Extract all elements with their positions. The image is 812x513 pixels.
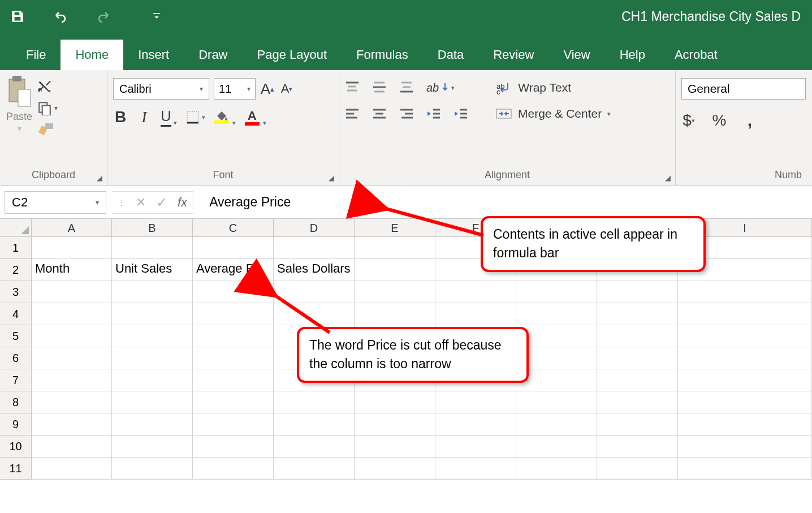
undo-icon[interactable]: [53, 9, 68, 24]
merge-center-button[interactable]: Merge & Center ▾: [495, 104, 611, 123]
cell[interactable]: [32, 369, 112, 391]
chevron-down-icon[interactable]: ▾: [18, 124, 21, 133]
row-header[interactable]: 11: [0, 458, 32, 480]
cell[interactable]: [112, 458, 193, 480]
cell[interactable]: [678, 413, 812, 436]
cell[interactable]: [112, 237, 193, 259]
cell[interactable]: [355, 458, 435, 480]
cell[interactable]: [112, 413, 193, 436]
copy-icon[interactable]: ▾: [37, 101, 58, 115]
cell[interactable]: [32, 303, 112, 325]
cell[interactable]: [274, 413, 355, 436]
cell[interactable]: [597, 436, 678, 458]
orientation-icon[interactable]: ab▾: [426, 78, 455, 97]
formula-content[interactable]: Average Price: [209, 195, 291, 210]
cell[interactable]: [32, 237, 112, 259]
align-left-icon[interactable]: [345, 104, 360, 123]
format-painter-icon[interactable]: [37, 122, 58, 138]
cell[interactable]: Month: [32, 259, 112, 281]
cell[interactable]: [274, 237, 355, 259]
cell[interactable]: Average Pr: [193, 259, 274, 281]
dialog-launcher-icon[interactable]: ◢: [665, 174, 671, 182]
italic-button[interactable]: I: [137, 107, 152, 127]
save-icon[interactable]: [10, 9, 25, 24]
tab-data[interactable]: Data: [423, 40, 478, 70]
cell[interactable]: [435, 303, 516, 325]
cell[interactable]: [355, 436, 435, 458]
tab-home[interactable]: Home: [61, 40, 123, 70]
accounting-format-button[interactable]: $ ▾: [681, 111, 696, 130]
cell[interactable]: Unit Sales: [112, 259, 193, 281]
cell[interactable]: [516, 391, 597, 413]
increase-font-icon[interactable]: A▴: [260, 79, 275, 98]
select-all-button corner-icon[interactable]: [0, 219, 32, 237]
cell[interactable]: [112, 369, 193, 391]
cell[interactable]: [32, 347, 112, 369]
cell[interactable]: [193, 436, 274, 458]
number-format-select[interactable]: General: [681, 78, 806, 100]
cell[interactable]: [193, 303, 274, 325]
redo-icon[interactable]: [96, 9, 111, 24]
tab-acrobat[interactable]: Acrobat: [660, 40, 732, 70]
row-header[interactable]: 4: [0, 303, 32, 325]
cell[interactable]: [678, 303, 812, 325]
cell[interactable]: [435, 281, 516, 303]
row-header[interactable]: 10: [0, 436, 32, 458]
cut-icon[interactable]: [37, 78, 58, 94]
cell[interactable]: [32, 325, 112, 347]
cell[interactable]: [435, 413, 516, 436]
cell[interactable]: [678, 458, 812, 480]
align-center-icon[interactable]: [372, 104, 387, 123]
cell[interactable]: [678, 281, 812, 303]
dialog-launcher-icon[interactable]: ◢: [329, 174, 334, 182]
row-header[interactable]: 7: [0, 369, 32, 391]
cell[interactable]: [193, 281, 274, 303]
column-header[interactable]: A: [32, 219, 112, 237]
cell[interactable]: [516, 413, 597, 436]
decrease-font-icon[interactable]: A▾: [279, 79, 294, 98]
fill-color-button[interactable]: [214, 107, 229, 127]
font-size-select[interactable]: 11 ▾: [214, 78, 256, 100]
row-header[interactable]: 1: [0, 237, 32, 259]
font-color-button[interactable]: A: [245, 107, 260, 127]
align-top-icon[interactable]: [345, 78, 360, 97]
comma-format-button[interactable]: ,: [742, 111, 757, 130]
cell[interactable]: Sales Dollars: [274, 259, 355, 281]
cell[interactable]: [32, 458, 112, 480]
decrease-indent-icon[interactable]: [426, 104, 441, 123]
cell[interactable]: [597, 325, 678, 347]
cell[interactable]: [435, 391, 516, 413]
cell[interactable]: [274, 458, 355, 480]
cell[interactable]: [193, 391, 274, 413]
cell[interactable]: [597, 303, 678, 325]
percent-format-button[interactable]: %: [712, 111, 727, 130]
paste-icon[interactable]: [6, 75, 33, 107]
enter-icon[interactable]: ✓: [156, 195, 167, 210]
cell[interactable]: [516, 303, 597, 325]
cell[interactable]: [355, 303, 435, 325]
cell[interactable]: [597, 281, 678, 303]
cell[interactable]: [112, 303, 193, 325]
tab-review[interactable]: Review: [478, 40, 548, 70]
cell[interactable]: [516, 458, 597, 480]
cell[interactable]: [597, 458, 678, 480]
cell[interactable]: [355, 281, 435, 303]
cell[interactable]: [112, 436, 193, 458]
cell[interactable]: [516, 436, 597, 458]
row-header[interactable]: 9: [0, 413, 32, 436]
cell[interactable]: [516, 281, 597, 303]
cell[interactable]: [274, 391, 355, 413]
cell[interactable]: [112, 325, 193, 347]
tab-page-layout[interactable]: Page Layout: [243, 40, 342, 70]
tab-help[interactable]: Help: [605, 40, 660, 70]
tab-insert[interactable]: Insert: [123, 40, 184, 70]
cell[interactable]: [678, 391, 812, 413]
cell[interactable]: [355, 413, 435, 436]
cell[interactable]: [193, 458, 274, 480]
cell[interactable]: [435, 458, 516, 480]
cell[interactable]: [597, 347, 678, 369]
name-box[interactable]: C2 ▾: [5, 191, 106, 214]
cell[interactable]: [678, 325, 812, 347]
column-header[interactable]: B: [112, 219, 193, 237]
cell[interactable]: [193, 237, 274, 259]
